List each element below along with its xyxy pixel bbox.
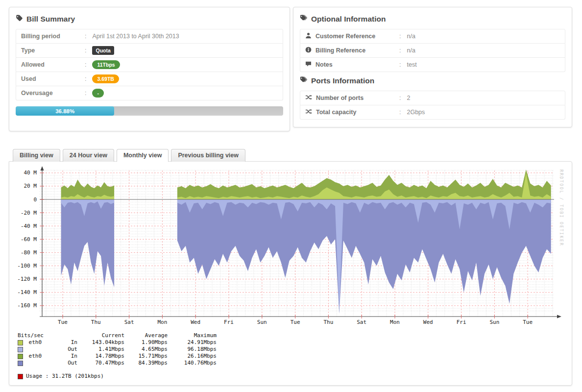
graph-legend: Bits/secCurrentAverageMaximum eth0In143.… bbox=[18, 332, 572, 380]
legend-maximum-value: 140.76Mbps bbox=[168, 360, 217, 367]
legend-average-value: 1.90Mbps bbox=[124, 339, 168, 346]
svg-text:Thu: Thu bbox=[91, 319, 101, 325]
svg-text:Sun: Sun bbox=[489, 319, 499, 325]
legend-swatch-2 bbox=[18, 347, 23, 352]
row-label-text: Number of ports bbox=[316, 95, 364, 101]
legend-series-name: eth0 bbox=[25, 339, 58, 346]
svg-text:Tue: Tue bbox=[58, 319, 68, 325]
colon-separator: : bbox=[399, 109, 401, 116]
legend-direction: Out bbox=[58, 360, 77, 367]
bill-row-billing-period: Billing period:April 1st 2013 to April 3… bbox=[16, 29, 283, 44]
info-row-billing-reference: Billing Reference:n/a bbox=[300, 44, 565, 58]
overusage-badge: - bbox=[92, 89, 104, 97]
info-row-total-capacity: Total capacity:2Gbps bbox=[300, 105, 565, 120]
legend-current-value: 70.47Mbps bbox=[77, 360, 124, 367]
user-icon bbox=[305, 32, 312, 40]
svg-text:Wed: Wed bbox=[423, 319, 433, 325]
row-value: 2Gbps bbox=[407, 109, 425, 116]
svg-text:20 M: 20 M bbox=[24, 183, 37, 189]
svg-text:0: 0 bbox=[33, 196, 37, 203]
type-badge: Quota bbox=[92, 46, 114, 54]
row-label-text: Billing Reference bbox=[315, 47, 365, 54]
ports-information-rows: Number of ports:2Total capacity:2Gbps bbox=[300, 91, 565, 120]
bill-summary-title: Bill Summary bbox=[26, 15, 75, 24]
optional-information-title: Optional Information bbox=[311, 15, 386, 24]
comment-icon bbox=[305, 61, 312, 69]
svg-text:-140 M: -140 M bbox=[17, 289, 37, 295]
ports-information-header: Ports Information bbox=[300, 76, 565, 85]
bill-summary-panel: Bill Summary Billing period:April 1st 20… bbox=[9, 7, 290, 131]
legend-header-average: Average bbox=[124, 332, 168, 339]
legend-header-maximum: Maximum bbox=[168, 332, 217, 339]
usage-swatch bbox=[18, 374, 23, 379]
row-label: Billing Reference bbox=[305, 47, 399, 54]
legend-maximum-value: 96.18Mbps bbox=[168, 346, 217, 353]
row-value: April 1st 2013 to April 30th 2013 bbox=[92, 33, 179, 40]
colon-separator: : bbox=[85, 75, 86, 82]
row-label: Overusage bbox=[21, 90, 85, 97]
chart-panel: 40 M20 M0-20 M-40 M-60 M-80 M-100 M-120 … bbox=[9, 161, 572, 386]
row-label: Notes bbox=[305, 61, 399, 69]
legend-maximum-value: 26.16Mbps bbox=[168, 353, 217, 360]
svg-text:Mon: Mon bbox=[157, 319, 167, 325]
tags-icon bbox=[300, 15, 307, 24]
svg-text:-100 M: -100 M bbox=[17, 263, 37, 269]
tag-icon bbox=[16, 15, 23, 24]
svg-text:Sun: Sun bbox=[257, 319, 267, 325]
bill-row-overusage: Overusage:- bbox=[16, 86, 283, 100]
legend-average-value: 4.65Mbps bbox=[124, 346, 168, 353]
usage-progressbar: 36.88% bbox=[16, 106, 283, 116]
legend-maximum-value: 24.91Mbps bbox=[168, 339, 217, 346]
row-label: Allowed bbox=[21, 61, 85, 68]
legend-series-name bbox=[25, 360, 58, 367]
legend-direction: In bbox=[58, 353, 77, 360]
legend-swatch-4 bbox=[18, 361, 23, 366]
svg-text:Fri: Fri bbox=[224, 319, 234, 325]
info-row-number-of-ports: Number of ports:2 bbox=[300, 91, 565, 105]
row-label: Customer Reference bbox=[305, 32, 399, 40]
svg-text:-160 M: -160 M bbox=[17, 302, 37, 309]
legend-series-name: eth0 bbox=[25, 353, 58, 360]
legend-header-bits-per-sec: Bits/sec bbox=[18, 332, 77, 339]
colon-separator: : bbox=[399, 47, 401, 54]
summary-row: Bill Summary Billing period:April 1st 20… bbox=[9, 7, 572, 131]
svg-text:Fri: Fri bbox=[457, 319, 466, 325]
tab-24-hour-view[interactable]: 24 Hour view bbox=[63, 149, 114, 162]
optional-information-rows: Customer Reference:n/aBilling Reference:… bbox=[300, 29, 565, 72]
bill-summary-header: Bill Summary bbox=[16, 15, 283, 24]
usage-total-line: Usage : 31.2TB (201kbps) bbox=[18, 373, 572, 380]
bill-row-type: Type:Quota bbox=[16, 44, 283, 58]
bill-row-used: Used:3.69TB bbox=[16, 72, 283, 86]
colon-separator: : bbox=[85, 47, 86, 54]
svg-text:Tue: Tue bbox=[291, 319, 300, 325]
colon-separator: : bbox=[85, 90, 86, 97]
svg-text:-40 M: -40 M bbox=[21, 223, 37, 229]
colon-separator: : bbox=[85, 33, 86, 40]
usage-percent-label: 36.88% bbox=[55, 108, 74, 114]
row-value: test bbox=[407, 61, 416, 68]
svg-text:-120 M: -120 M bbox=[17, 276, 37, 282]
legend-direction: Out bbox=[58, 346, 77, 353]
info-icon bbox=[305, 47, 312, 54]
tab-previous-billing-view[interactable]: Previous billing view bbox=[171, 149, 245, 162]
rrdtool-credit: RRDTOOL / TOBI OETIKER bbox=[559, 170, 564, 246]
row-value: n/a bbox=[407, 33, 415, 40]
colon-separator: : bbox=[399, 33, 401, 40]
svg-text:-60 M: -60 M bbox=[21, 236, 37, 243]
row-label-text: Total capacity bbox=[316, 109, 356, 116]
usage-total-label: Usage : 31.2TB (201kbps) bbox=[26, 373, 104, 380]
random-icon bbox=[305, 94, 312, 102]
svg-text:Mon: Mon bbox=[390, 319, 400, 325]
svg-text:Sat: Sat bbox=[357, 319, 366, 325]
row-label: Total capacity bbox=[305, 108, 399, 116]
row-label: Type bbox=[21, 47, 85, 54]
legend-current-value: 143.04kbps bbox=[77, 339, 124, 346]
svg-text:Sat: Sat bbox=[124, 319, 134, 325]
tab-billing-view[interactable]: Billing view bbox=[13, 149, 60, 162]
legend-series-name bbox=[25, 346, 58, 353]
svg-text:Wed: Wed bbox=[191, 319, 200, 325]
svg-text:-80 M: -80 M bbox=[21, 249, 37, 256]
ports-information-title: Ports Information bbox=[311, 76, 374, 85]
usage-progress-fill: 36.88% bbox=[16, 106, 114, 116]
tab-monthly-view[interactable]: Monthly view bbox=[117, 149, 169, 162]
